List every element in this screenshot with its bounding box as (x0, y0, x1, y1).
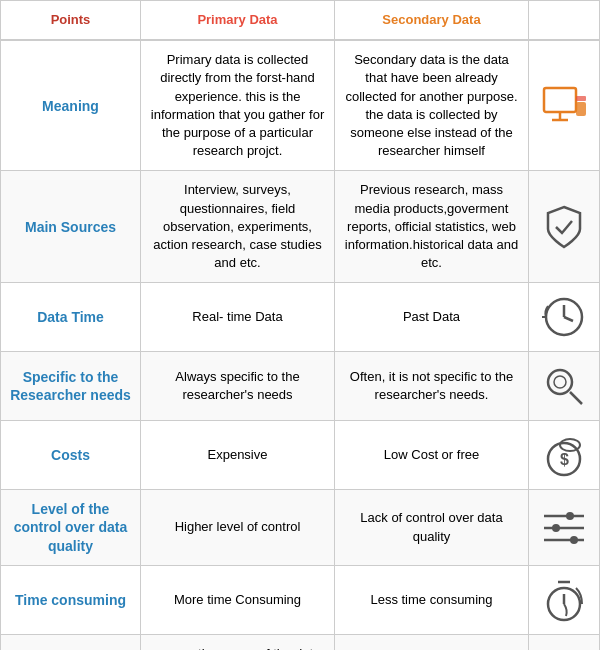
table-row: Main Sources Interview, surveys, questio… (1, 171, 599, 283)
row-label-5: Level of the control over data quality (1, 490, 141, 565)
table-row: Data Time Real- time Data Past Data (1, 283, 599, 352)
row-icon-4: $ (529, 421, 599, 489)
table-row: Level of the control over data quality H… (1, 490, 599, 566)
svg-line-7 (564, 317, 573, 321)
row-secondary-1: Previous research, mass media products,g… (335, 171, 529, 282)
table-row: Costs Expensive Low Cost or free $ (1, 421, 599, 490)
row-primary-2: Real- time Data (141, 283, 335, 351)
header-primary: Primary Data (141, 1, 335, 39)
row-primary-3: Always specific to the researcher's need… (141, 352, 335, 420)
svg-rect-3 (576, 102, 586, 116)
row-secondary-3: Often, it is not specific to the researc… (335, 352, 529, 420)
row-label-1: Main Sources (1, 171, 141, 282)
row-primary-5: Higher level of control (141, 490, 335, 565)
row-icon-7 (529, 635, 599, 650)
row-label-6: Time consuming (1, 566, 141, 634)
table-row: Proprietary Information you are the owne… (1, 635, 599, 650)
row-secondary-5: Lack of control over data quality (335, 490, 529, 565)
header-icon-col (529, 1, 599, 39)
row-icon-0 (529, 41, 599, 170)
svg-point-18 (552, 524, 560, 532)
row-secondary-6: Less time consuming (335, 566, 529, 634)
row-secondary-7: you are the owner of the data. your comp… (335, 635, 529, 650)
svg-point-11 (554, 376, 566, 388)
row-primary-7: you are the owner of the data. thus. the… (141, 635, 335, 650)
row-primary-1: Interview, surveys, questionnaires, fiel… (141, 171, 335, 282)
row-icon-5 (529, 490, 599, 565)
table-row: Meaning Primary data is collected direct… (1, 41, 599, 171)
row-secondary-0: Secondary data is the data that have bee… (335, 41, 529, 170)
row-label-7: Proprietary Information (1, 635, 141, 650)
header-secondary: Secondary Data (335, 1, 529, 39)
row-icon-2 (529, 283, 599, 351)
row-icon-6 (529, 566, 599, 634)
svg-text:$: $ (560, 451, 569, 468)
svg-point-9 (548, 370, 572, 394)
table-body: Meaning Primary data is collected direct… (1, 41, 599, 650)
svg-line-10 (570, 392, 582, 404)
row-icon-1 (529, 171, 599, 282)
table-header: Points Primary Data Secondary Data (1, 1, 599, 41)
row-primary-0: Primary data is collected directly from … (141, 41, 335, 170)
row-primary-4: Expensive (141, 421, 335, 489)
row-secondary-2: Past Data (335, 283, 529, 351)
svg-point-16 (566, 512, 574, 520)
row-label-0: Meaning (1, 41, 141, 170)
row-secondary-4: Low Cost or free (335, 421, 529, 489)
row-primary-6: More time Consuming (141, 566, 335, 634)
header-points: Points (1, 1, 141, 39)
comparison-table: Points Primary Data Secondary Data Meani… (0, 0, 600, 650)
svg-rect-0 (544, 88, 576, 112)
row-label-2: Data Time (1, 283, 141, 351)
row-label-3: Specific to the Researcher needs (1, 352, 141, 420)
table-row: Time consuming More time Consuming Less … (1, 566, 599, 635)
svg-point-20 (570, 536, 578, 544)
row-label-4: Costs (1, 421, 141, 489)
table-row: Specific to the Researcher needs Always … (1, 352, 599, 421)
svg-rect-4 (576, 96, 586, 101)
row-icon-3 (529, 352, 599, 420)
